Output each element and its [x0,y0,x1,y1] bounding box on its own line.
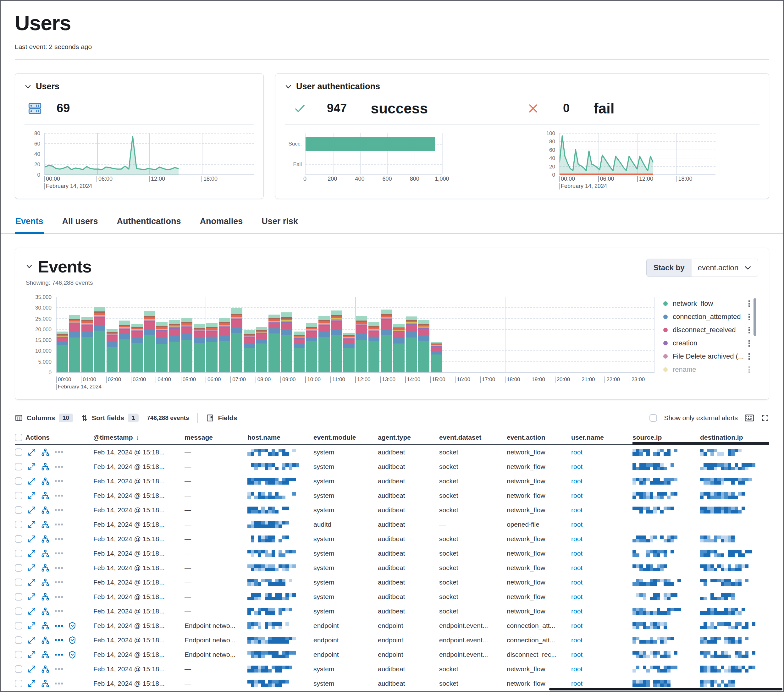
column-header-message[interactable]: message [184,434,247,441]
row-checkbox[interactable] [15,665,22,673]
select-all-checkbox[interactable] [15,434,22,441]
user-name-link[interactable]: root [571,680,632,687]
row-checkbox[interactable] [15,607,22,615]
row-checkbox[interactable] [15,477,22,485]
more-actions-icon[interactable] [55,480,63,482]
expand-event-icon[interactable] [28,448,36,456]
user-name-link[interactable]: root [571,506,632,514]
stacked-bar[interactable] [156,322,168,372]
more-actions-icon[interactable] [55,639,63,641]
stacked-bar[interactable] [169,320,180,372]
analyze-event-icon[interactable] [41,491,49,500]
column-header-eventmodule[interactable]: event.module [313,434,378,441]
expand-event-icon[interactable] [28,593,36,601]
user-name-link[interactable]: root [571,622,632,630]
row-checkbox[interactable] [15,521,22,528]
table-row[interactable]: Feb 14, 2024 @ 15:18...—systemauditbeats… [15,459,769,474]
user-name-link[interactable]: root [571,535,632,543]
expand-event-icon[interactable] [28,636,36,644]
more-actions-icon[interactable] [55,552,63,554]
analyze-event-icon[interactable] [41,679,49,688]
analyze-event-icon[interactable] [41,651,49,659]
stack-by-select[interactable]: event.action [692,259,758,276]
table-row[interactable]: Feb 14, 2024 @ 15:18...—systemauditbeats… [15,546,769,561]
stacked-bar[interactable] [57,332,68,372]
column-header-eventaction[interactable]: event.action [507,434,571,441]
stacked-bar[interactable] [256,327,267,372]
stacked-bar[interactable] [81,317,93,372]
row-checkbox[interactable] [15,506,22,514]
stacked-bar[interactable] [194,324,205,372]
table-row[interactable]: Feb 14, 2024 @ 15:18...—systemauditbeats… [15,604,769,618]
stacked-bar[interactable] [244,330,255,372]
analyze-event-icon[interactable] [41,578,49,587]
stacked-bar[interactable] [231,308,242,372]
column-header-timestamp[interactable]: @timestamp↓ [93,434,184,441]
table-row[interactable]: Feb 14, 2024 @ 15:18...—systemauditbeats… [15,691,769,692]
user-name-link[interactable]: root [571,564,632,572]
expand-event-icon[interactable] [28,665,36,673]
expand-event-icon[interactable] [28,477,36,485]
columns-button[interactable]: Columns 10 [15,414,73,422]
expand-event-icon[interactable] [28,549,36,557]
analyze-event-icon[interactable] [41,506,49,514]
stacked-bar[interactable] [293,332,305,372]
more-actions-icon[interactable] [55,524,63,526]
fields-button[interactable]: Fields [206,414,237,422]
more-actions-icon[interactable] [55,625,63,627]
legend-options-icon[interactable] [748,314,750,320]
chevron-down-icon[interactable] [285,83,292,90]
user-name-link[interactable]: root [571,607,632,615]
stacked-bar[interactable] [418,320,430,372]
legend-options-icon[interactable] [748,301,750,307]
row-checkbox[interactable] [15,636,22,644]
expand-event-icon[interactable] [28,506,36,514]
more-actions-icon[interactable] [55,682,63,684]
stacked-bar[interactable] [318,316,330,372]
table-row[interactable]: Feb 14, 2024 @ 15:18...—systemauditbeats… [15,561,769,575]
stacked-bar[interactable] [331,311,343,372]
stacked-bar[interactable] [406,316,417,372]
more-actions-icon[interactable] [55,581,63,583]
table-row[interactable]: Feb 14, 2024 @ 15:18...—auditdauditbeat—… [15,517,769,532]
user-name-link[interactable]: root [571,665,632,673]
external-alerts-checkbox[interactable] [649,414,657,422]
tab-events[interactable]: Events [15,215,44,234]
more-actions-icon[interactable] [55,451,63,453]
expand-event-icon[interactable] [28,564,36,572]
table-row[interactable]: Feb 14, 2024 @ 15:18...—systemauditbeats… [15,445,769,459]
stacked-bar[interactable] [94,307,105,372]
column-header-username[interactable]: user.name [571,434,632,441]
table-row[interactable]: Feb 14, 2024 @ 15:18...—systemauditbeats… [15,575,769,590]
expand-event-icon[interactable] [28,607,36,615]
chevron-down-icon[interactable] [25,83,31,90]
row-checkbox[interactable] [15,463,22,470]
more-actions-icon[interactable] [55,610,63,612]
table-row[interactable]: Feb 14, 2024 @ 15:18...Endpoint netwo...… [15,618,769,633]
legend-item[interactable]: creation [663,337,758,350]
expand-event-icon[interactable] [28,621,36,630]
more-actions-icon[interactable] [55,567,63,569]
table-row[interactable]: Feb 14, 2024 @ 15:18...Endpoint netwo...… [15,648,769,662]
row-checkbox[interactable] [15,651,22,658]
user-name-link[interactable]: root [571,651,632,658]
analyze-event-icon[interactable] [41,477,49,485]
analyze-event-icon[interactable] [41,621,49,630]
analyze-event-icon[interactable] [41,520,49,529]
stacked-bar[interactable] [219,318,230,372]
analyze-event-icon[interactable] [41,593,49,601]
expand-event-icon[interactable] [28,463,36,471]
tab-all-users[interactable]: All users [62,215,99,233]
analyze-event-icon[interactable] [41,564,49,572]
legend-options-icon[interactable] [748,353,750,360]
stacked-bar[interactable] [144,311,155,372]
table-row[interactable]: Feb 14, 2024 @ 15:18...—systemauditbeats… [15,503,769,517]
fullscreen-icon[interactable] [761,414,769,422]
stacked-bar[interactable] [380,309,392,372]
more-actions-icon[interactable] [55,495,63,496]
legend-item[interactable]: rename [663,363,758,376]
expand-event-icon[interactable] [28,578,36,587]
analyze-event-icon[interactable] [41,448,49,456]
tab-user-risk[interactable]: User risk [261,215,299,233]
stacked-bar[interactable] [356,316,367,372]
